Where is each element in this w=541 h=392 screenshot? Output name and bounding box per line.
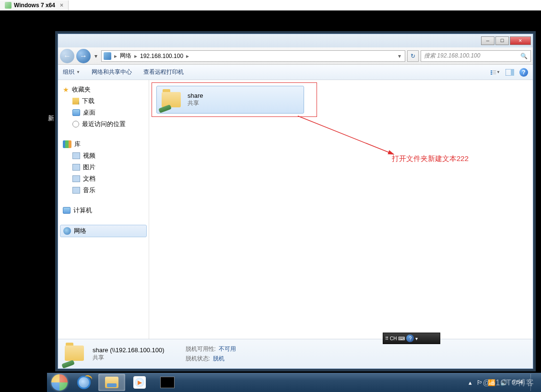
breadcrumb-sep: ▸ [186, 53, 189, 59]
view-remote-printers[interactable]: 查看远程打印机 [143, 68, 184, 76]
sidebar-item-music[interactable]: 音乐 [58, 184, 149, 196]
details-folder-icon [65, 344, 86, 365]
chevron-down-icon: ▼ [496, 70, 500, 74]
action-center-icon[interactable]: 🏳 [477, 379, 483, 386]
ime-drag-handle[interactable]: ⠿ [385, 336, 388, 341]
taskbar-item-media-player[interactable] [126, 374, 153, 391]
close-button[interactable]: ✕ [510, 36, 531, 45]
address-dropdown-icon[interactable]: ▾ [396, 53, 403, 59]
sidebar-item-desktop[interactable]: 桌面 [58, 107, 149, 118]
details-text: share (\\192.168.100.100) 共享 [93, 346, 165, 362]
share-item-text: share 共享 [188, 92, 203, 107]
vm-desktop: 新 ─ ☐ ✕ ← → ▾ ▸ 网络 ▸ 192.168.100.100 ▸ ▾… [0, 11, 541, 392]
pictures-icon [72, 164, 80, 171]
tray-chevron-icon[interactable]: ▴ [469, 379, 472, 386]
explorer-body: ★收藏夹 下载 桌面 最近访问的位置 库 视频 图片 文档 音乐 计算机 网络 [58, 80, 533, 339]
svg-rect-7 [511, 69, 514, 76]
keyboard-icon[interactable]: ⌨ [398, 336, 405, 341]
search-icon[interactable]: 🔍 [520, 53, 528, 59]
toolbar-right: ▼ ? [491, 68, 528, 77]
help-button[interactable]: ? [519, 68, 528, 77]
refresh-button[interactable]: ↻ [407, 50, 419, 62]
vm-icon [5, 2, 12, 9]
details-pane: share (\\192.168.100.100) 共享 脱机可用性: 不可用 … [58, 339, 533, 369]
share-folder-item[interactable]: share 共享 [156, 86, 304, 114]
sidebar-item-pictures[interactable]: 图片 [58, 161, 149, 173]
navigation-pane: ★收藏夹 下载 桌面 最近访问的位置 库 视频 图片 文档 音乐 计算机 网络 [58, 80, 149, 339]
preview-pane-button[interactable] [505, 68, 515, 77]
search-input[interactable]: 搜索 192.168.100.100 🔍 [421, 50, 531, 62]
close-icon[interactable]: × [60, 2, 63, 9]
network-location-icon [104, 52, 111, 60]
computer-icon [63, 207, 71, 214]
breadcrumb-ip[interactable]: 192.168.100.100 [140, 53, 183, 59]
ime-language-bar[interactable]: ⠿ CH ⌨ ? ▾ [383, 333, 440, 344]
nav-forward-button[interactable]: → [76, 49, 91, 63]
share-subtitle: 共享 [188, 99, 203, 107]
network-icon [63, 227, 71, 235]
svg-rect-4 [491, 73, 492, 74]
share-name: share [188, 92, 203, 99]
svg-line-8 [298, 116, 394, 154]
offline-avail-value: 不可用 [219, 345, 236, 353]
star-icon: ★ [63, 86, 69, 93]
offline-status-value: 脱机 [213, 355, 224, 363]
sidebar-computer[interactable]: 计算机 [58, 205, 149, 216]
offline-avail-label: 脱机可用性: [186, 345, 216, 353]
vm-tab-title: Windows 7 x64 [14, 2, 55, 9]
maximize-button[interactable]: ☐ [495, 36, 509, 45]
sidebar-item-documents[interactable]: 文档 [58, 173, 149, 184]
ime-lang-label[interactable]: CH [390, 336, 397, 341]
organize-label: 组织 [63, 68, 74, 76]
music-icon [72, 187, 80, 194]
sidebar-libraries[interactable]: 库 [58, 138, 149, 150]
vm-tab[interactable]: Windows 7 x64 × [0, 0, 69, 10]
organize-menu[interactable]: 组织 ▼ [63, 68, 80, 76]
svg-rect-5 [493, 73, 496, 74]
wmp-icon [133, 376, 146, 389]
sidebar-item-videos[interactable]: 视频 [58, 150, 149, 161]
sidebar-favorites[interactable]: ★收藏夹 [58, 84, 149, 95]
cmd-icon [160, 377, 175, 388]
vm-tab-bar: Windows 7 x64 × [0, 0, 541, 11]
svg-rect-0 [491, 70, 492, 71]
details-title: share (\\192.168.100.100) [93, 346, 165, 354]
view-printers-label: 查看远程打印机 [143, 68, 184, 76]
documents-icon [72, 175, 80, 182]
libraries-icon [63, 140, 71, 148]
ime-help-icon[interactable]: ? [406, 334, 414, 342]
ime-options-icon[interactable]: ▾ [415, 336, 418, 341]
sidebar-item-recent[interactable]: 最近访问的位置 [58, 118, 149, 130]
explorer-toolbar: 组织 ▼ 网络和共享中心 查看远程打印机 ▼ ? [58, 65, 533, 80]
taskbar-item-explorer[interactable] [98, 374, 125, 391]
network-sharing-center[interactable]: 网络和共享中心 [92, 68, 132, 76]
content-pane[interactable]: share 共享 打开文件夹新建文本222 [149, 80, 533, 339]
breadcrumb-network[interactable]: 网络 [120, 52, 131, 60]
window-controls: ─ ☐ ✕ [481, 36, 531, 45]
recent-icon [72, 121, 79, 127]
annotation-text: 打开文件夹新建文本222 [392, 154, 469, 163]
search-placeholder: 搜索 192.168.100.100 [424, 52, 480, 60]
sidebar-item-downloads[interactable]: 下载 [58, 95, 149, 107]
taskbar: ▴ 🏳 📶 🔊 9:54 [47, 373, 541, 392]
downloads-icon [72, 98, 79, 104]
desktop-partial-text: 新 [48, 114, 54, 123]
taskbar-item-ie[interactable] [71, 374, 97, 391]
windows-logo-icon [51, 374, 68, 391]
minimize-button[interactable]: ─ [481, 36, 494, 45]
sidebar-network[interactable]: 网络 [60, 225, 147, 237]
breadcrumb-sep: ▸ [114, 53, 117, 59]
breadcrumb-sep: ▸ [134, 53, 137, 59]
view-options-button[interactable]: ▼ [491, 68, 500, 77]
start-button[interactable] [49, 374, 70, 391]
chevron-down-icon: ▼ [76, 70, 80, 74]
taskbar-item-cmd[interactable] [154, 374, 181, 391]
window-titlebar[interactable]: ─ ☐ ✕ [58, 34, 533, 47]
offline-status-label: 脱机状态: [186, 355, 210, 363]
ie-icon [77, 376, 91, 389]
nav-history-dropdown[interactable]: ▾ [93, 51, 99, 61]
explorer-window: ─ ☐ ✕ ← → ▾ ▸ 网络 ▸ 192.168.100.100 ▸ ▾ ↻… [58, 34, 533, 369]
network-center-label: 网络和共享中心 [92, 68, 132, 76]
nav-back-button[interactable]: ← [60, 49, 74, 63]
address-bar[interactable]: ▸ 网络 ▸ 192.168.100.100 ▸ ▾ [101, 50, 405, 62]
